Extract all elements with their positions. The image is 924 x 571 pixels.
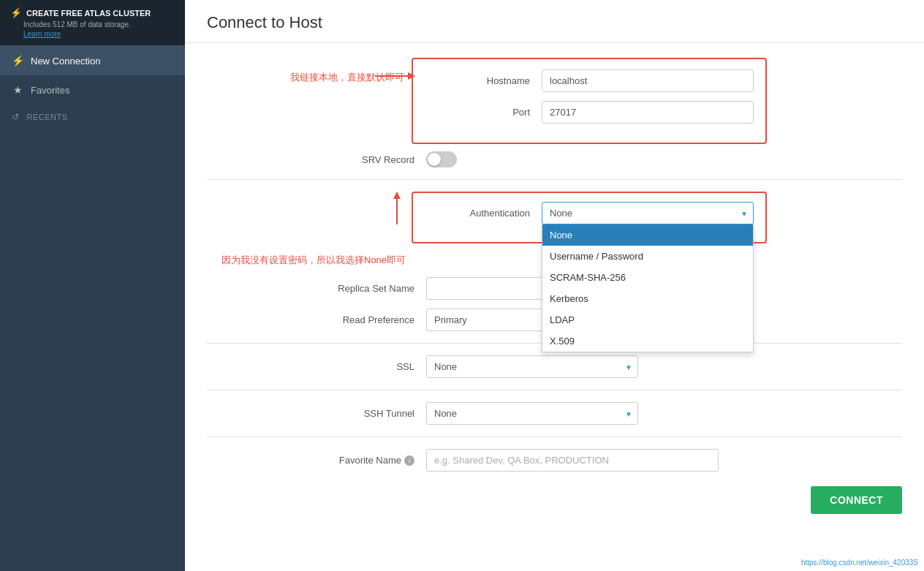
auth-label: Authentication — [425, 208, 542, 219]
sidebar-item-new-connection[interactable]: ⚡ New Connection — [0, 46, 185, 75]
ssh-label: SSH Tunnel — [207, 408, 426, 419]
button-row: CONNECT — [207, 486, 902, 514]
ssh-select-wrap: None ▼ — [426, 402, 638, 425]
arrow1-icon — [375, 65, 419, 87]
sidebar-item-favorites[interactable]: ★ Favorites — [0, 75, 185, 105]
srv-toggle[interactable] — [426, 151, 457, 167]
divider3 — [207, 390, 902, 390]
ssl-row: SSL None ▼ — [207, 355, 902, 378]
sidebar-item-new-connection-label: New Connection — [31, 56, 100, 67]
read-pref-label: Read Preference — [207, 314, 426, 325]
connect-button[interactable]: CONNECT — [811, 486, 902, 514]
dropdown-item-username[interactable]: Username / Password — [542, 246, 753, 267]
atlas-banner-subtitle: Includes 512 MB of data storage. — [10, 20, 175, 29]
auth-row: Authentication None Username / Password … — [425, 202, 754, 224]
recents-label: RECENTS — [27, 113, 68, 121]
auth-dropdown-menu: None Username / Password SCRAM-SHA-256 K… — [542, 224, 754, 352]
dropdown-item-none[interactable]: None — [542, 224, 753, 246]
hostname-row: Hostname — [425, 69, 754, 92]
divider1 — [207, 179, 902, 180]
learn-more-link[interactable]: Learn more — [10, 30, 175, 38]
dropdown-item-kerberos[interactable]: Kerberos — [542, 288, 753, 309]
favorite-name-row: Favorite Name i — [207, 449, 902, 472]
star-icon: ★ — [12, 84, 23, 96]
sidebar: ⚡ CREATE FREE ATLAS CLUSTER Includes 512… — [0, 0, 185, 571]
ssl-select[interactable]: None — [426, 355, 638, 378]
replica-label: Replica Set Name — [207, 283, 426, 294]
main-panel: Connect to Host 我链接本地，直接默认即可 Hostname — [185, 0, 924, 571]
recents-section: ↺ RECENTS — [0, 105, 185, 126]
host-red-box: Hostname Port — [412, 58, 767, 144]
annotation-auth — [207, 192, 412, 228]
auth-red-box: Authentication None Username / Password … — [412, 192, 767, 243]
dropdown-item-ldap[interactable]: LDAP — [542, 309, 753, 330]
srv-label: SRV Record — [207, 154, 426, 165]
atlas-banner-title: ⚡ CREATE FREE ATLAS CLUSTER — [10, 7, 175, 18]
favorite-name-input[interactable] — [426, 449, 719, 472]
annotation-host: 我链接本地，直接默认即可 — [207, 58, 412, 84]
footer-url: https://blog.csdn.net/weixin_42033S — [801, 559, 918, 567]
auth-select-wrap: None Username / Password SCRAM-SHA-256 K… — [542, 202, 754, 224]
port-input[interactable] — [542, 101, 754, 124]
main-header: Connect to Host — [185, 0, 924, 43]
arrow2-icon — [368, 192, 404, 228]
auth-select[interactable]: None Username / Password SCRAM-SHA-256 K… — [542, 202, 754, 224]
dropdown-item-x509[interactable]: X.509 — [542, 330, 753, 352]
dropdown-item-scram[interactable]: SCRAM-SHA-256 — [542, 267, 753, 288]
hostname-label: Hostname — [425, 75, 542, 86]
auth-section: Authentication None Username / Password … — [207, 192, 902, 243]
favorite-name-label: Favorite Name i — [207, 455, 426, 466]
svg-marker-1 — [408, 72, 415, 80]
recents-icon: ↺ — [12, 112, 20, 122]
port-label: Port — [425, 107, 542, 118]
ssl-select-wrap: None ▼ — [426, 355, 638, 378]
main-content: 我链接本地，直接默认即可 Hostname Port — [185, 43, 924, 529]
srv-row: SRV Record — [207, 151, 902, 167]
divider4 — [207, 436, 902, 437]
ssh-row: SSH Tunnel None ▼ — [207, 402, 902, 425]
host-section: 我链接本地，直接默认即可 Hostname Port — [207, 58, 902, 144]
port-row: Port — [425, 101, 754, 124]
svg-marker-3 — [393, 192, 401, 199]
atlas-banner[interactable]: ⚡ CREATE FREE ATLAS CLUSTER Includes 512… — [0, 0, 185, 46]
bolt-icon: ⚡ — [12, 55, 23, 67]
page-title: Connect to Host — [207, 13, 902, 32]
favorite-name-info-icon[interactable]: i — [404, 455, 414, 466]
sidebar-item-favorites-label: Favorites — [31, 85, 69, 96]
ssl-label: SSL — [207, 361, 426, 372]
lightning-icon: ⚡ — [10, 7, 22, 18]
ssh-select[interactable]: None — [426, 402, 638, 425]
hostname-input[interactable] — [542, 69, 754, 92]
